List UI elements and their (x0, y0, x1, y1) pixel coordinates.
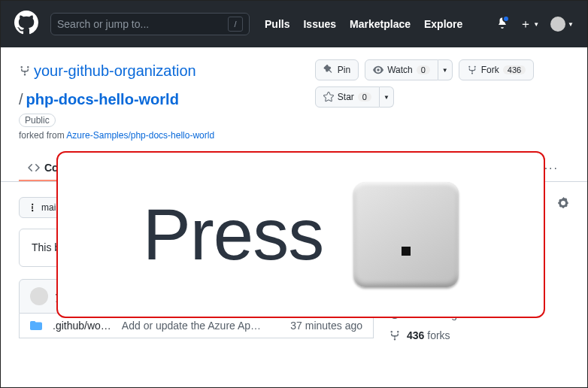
header-right: ＋▼ ▼ (496, 17, 574, 32)
fork-button[interactable]: Fork 436 (459, 59, 534, 80)
stat-forks[interactable]: 436 forks (389, 329, 569, 341)
star-dropdown[interactable]: ▼ (380, 86, 394, 108)
slash-key-hint: / (228, 17, 243, 32)
github-logo[interactable] (14, 11, 38, 38)
file-name[interactable]: .github/wo… (53, 320, 111, 332)
settings-icon[interactable] (557, 197, 569, 212)
avatar (550, 17, 565, 32)
watch-dropdown[interactable]: ▼ (438, 59, 453, 80)
create-new-menu[interactable]: ＋▼ (520, 17, 539, 32)
file-commit-msg[interactable]: Add or update the Azure Ap… (122, 320, 280, 332)
nav-marketplace[interactable]: Marketplace (350, 18, 411, 30)
search-input[interactable]: Search or jump to... / (50, 13, 250, 35)
repo-title: your-github-organization / php-docs-hell… (19, 59, 306, 111)
user-menu[interactable]: ▼ (550, 17, 574, 32)
nav-pulls[interactable]: Pulls (265, 18, 289, 30)
notifications-icon[interactable] (496, 17, 508, 32)
press-key-overlay: Press (56, 151, 545, 318)
period-keycap (353, 182, 459, 287)
global-header: Search or jump to... / Pulls Issues Mark… (1, 1, 587, 47)
press-label: Press (143, 193, 323, 276)
repo-name-link[interactable]: php-docs-hello-world (26, 88, 179, 111)
fork-source-link[interactable]: Azure-Samples/php-docs-hello-world (66, 130, 214, 141)
pin-button[interactable]: Pin (315, 59, 359, 80)
nav-explore[interactable]: Explore (424, 18, 462, 30)
star-button[interactable]: Star 0 (315, 86, 380, 108)
watch-button[interactable]: Watch 0 (365, 59, 438, 80)
repo-org-link[interactable]: your-github-organization (34, 59, 196, 82)
file-time: 37 minutes ago (290, 320, 362, 332)
repo-actions: Pin Watch 0 ▼ Fork 436 Star 0 (315, 59, 569, 108)
notification-dot (502, 15, 510, 23)
visibility-badge: Public (19, 114, 56, 127)
forked-from: forked from Azure-Samples/php-docs-hello… (19, 130, 306, 141)
commit-avatar (30, 287, 48, 305)
search-placeholder: Search or jump to... (57, 18, 149, 30)
nav-links: Pulls Issues Marketplace Explore (265, 18, 462, 30)
nav-issues[interactable]: Issues (303, 18, 336, 30)
